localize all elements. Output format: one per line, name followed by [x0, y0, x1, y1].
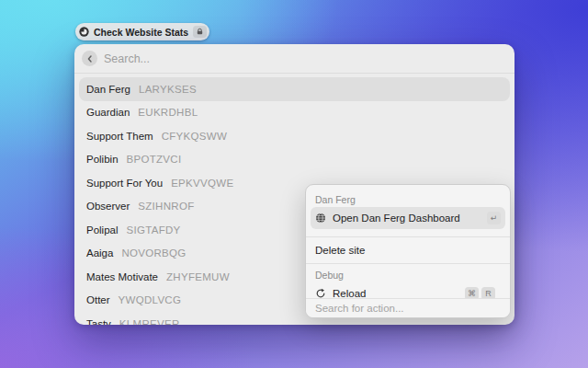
- enter-keycap: ↵: [487, 212, 501, 224]
- site-code: KLMREVER: [119, 318, 180, 325]
- site-code: ZHYFEMUW: [166, 271, 230, 282]
- back-button[interactable]: [82, 51, 97, 66]
- site-code: EUKRDHBL: [138, 107, 198, 118]
- search-input[interactable]: [104, 52, 514, 65]
- globe-icon: [315, 213, 326, 224]
- site-name: Support For You: [86, 178, 163, 189]
- open-dashboard-label: Open Dan Ferg Dashboard: [333, 213, 460, 224]
- search-bar: [74, 44, 514, 73]
- action-menu: Dan Ferg Open Dan Ferg Dashboard ↵: [305, 184, 511, 318]
- site-code: EPKVVQWE: [171, 178, 233, 189]
- site-code: NOVORBQG: [121, 247, 186, 259]
- site-name: Observer: [86, 201, 130, 212]
- menu-section-title: Dan Ferg: [315, 194, 356, 205]
- site-code: LARYKSES: [139, 84, 197, 95]
- delete-site-label: Delete site: [315, 245, 365, 256]
- site-name: Aaiga: [86, 247, 113, 259]
- action-search-footer: [306, 298, 510, 317]
- action-search-input[interactable]: [315, 303, 501, 314]
- command-pill-label: Check Website Stats: [94, 27, 188, 38]
- site-code: BPOTZVCI: [127, 154, 182, 165]
- site-name: Guardian: [86, 107, 130, 118]
- site-name: Mates Motivate: [86, 271, 158, 282]
- site-row-support-them[interactable]: Support Them CFYKQSWW: [79, 124, 510, 148]
- site-row-guardian[interactable]: Guardian EUKRDHBL: [79, 101, 510, 125]
- site-code: YWQDLVCG: [119, 294, 182, 305]
- action-menu-content: Dan Ferg Open Dan Ferg Dashboard ↵: [306, 185, 510, 300]
- site-name: Dan Ferg: [86, 84, 130, 95]
- search-divider: [74, 73, 514, 74]
- open-dashboard-action[interactable]: Open Dan Ferg Dashboard ↵: [311, 207, 505, 229]
- site-name: Polibin: [86, 154, 119, 165]
- delete-site-action[interactable]: Delete site: [311, 238, 505, 262]
- menu-divider: [306, 263, 510, 264]
- lock-icon: [193, 26, 207, 38]
- stats-circle-icon: [79, 27, 89, 37]
- site-name: Support Them: [86, 131, 153, 142]
- site-name: Polipal: [86, 224, 119, 236]
- menu-divider: [306, 236, 510, 237]
- site-code: SZIHNROF: [138, 201, 194, 212]
- chevron-left-icon: [86, 55, 94, 63]
- site-row-dan-ferg[interactable]: Dan Ferg LARYKSES: [79, 77, 510, 101]
- site-row-polibin[interactable]: Polibin BPOTZVCI: [79, 148, 510, 172]
- desktop-background: Check Website Stats Dan Ferg L: [0, 0, 588, 368]
- site-code: SIGTAFDY: [127, 224, 181, 236]
- site-name: Otter: [86, 294, 110, 305]
- command-pill[interactable]: Check Website Stats: [75, 23, 209, 40]
- site-name: Tasty: [86, 318, 111, 325]
- site-code: CFYKQSWW: [162, 131, 227, 142]
- debug-section-title: Debug: [315, 270, 344, 281]
